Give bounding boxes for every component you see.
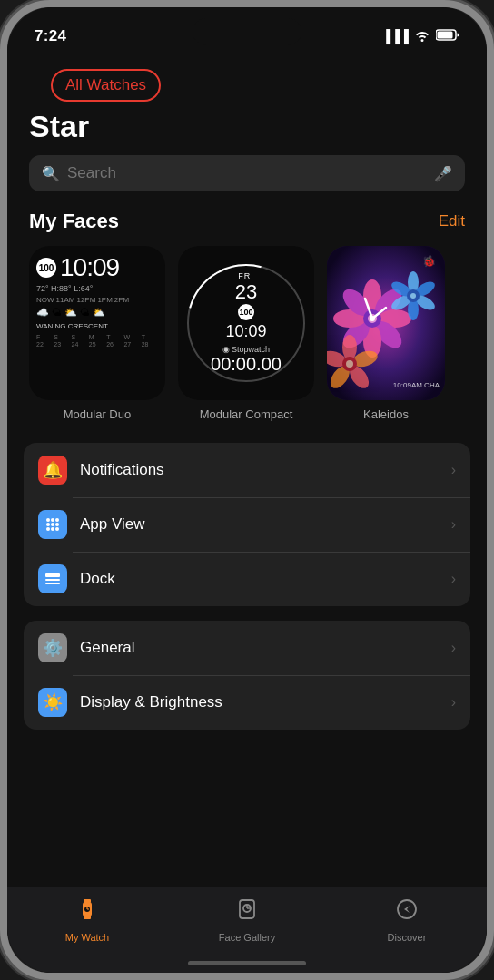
status-icons: ▐▐▐ <box>381 29 459 44</box>
face-md-time: 10:09 <box>60 253 119 282</box>
face-preview-kaleidoscope[interactable]: 🐞 10:09AM CHA <box>327 246 445 400</box>
status-time: 7:24 <box>35 27 66 45</box>
svg-rect-44 <box>84 899 91 903</box>
face-mc-stop-icon: ◉ <box>222 345 230 354</box>
search-input[interactable] <box>67 164 427 182</box>
svg-rect-41 <box>45 579 60 581</box>
face-preview-modular-compact[interactable]: FRI 23 100 10:09 ◉ Stopwatch 00:00.00 <box>178 246 314 400</box>
general-label: General <box>80 639 439 657</box>
svg-point-31 <box>46 518 50 522</box>
face-mc-date-num: 23 <box>235 280 257 304</box>
display-icon: ☀️ <box>38 688 67 717</box>
tab-discover-icon <box>394 897 420 928</box>
face-md-weather: 72° H:88° L:64° <box>36 284 158 293</box>
svg-point-30 <box>370 316 375 321</box>
scroll-content: All Watches Star 🔍 🎤 My Faces Edit <box>7 53 487 887</box>
face-preview-modular-duo[interactable]: 100 10:09 72° H:88° L:64° NOW11AM12PM1PM… <box>29 246 165 400</box>
edit-button[interactable]: Edit <box>439 212 465 230</box>
general-icon: ⚙️ <box>38 633 67 662</box>
tab-discover[interactable]: Discover <box>327 897 487 943</box>
dock-label: Dock <box>80 570 439 588</box>
dock-icon <box>38 564 67 593</box>
face-label-kaleidoscope: Kaleidos <box>363 407 409 421</box>
face-kal-bug-icon: 🐞 <box>422 255 436 268</box>
notifications-icon: 🔔 <box>38 456 67 485</box>
settings-row-display[interactable]: ☀️ Display & Brightness › <box>24 675 470 730</box>
svg-point-33 <box>55 518 59 522</box>
chevron-icon-notifications: › <box>451 462 456 478</box>
face-item-kaleidoscope[interactable]: 🐞 10:09AM CHA Kaleidos <box>327 246 445 421</box>
tab-discover-label: Discover <box>388 932 427 943</box>
face-mc-day: FRI <box>238 271 254 280</box>
home-indicator <box>188 961 306 965</box>
face-md-calendar: FSSMTWT 22232425262728 <box>36 334 158 348</box>
tab-my-watch[interactable]: My Watch <box>7 897 167 943</box>
page-title: Star <box>7 105 487 155</box>
tab-face-gallery[interactable]: Face Gallery <box>167 897 327 943</box>
appview-label: App View <box>80 515 439 534</box>
svg-rect-49 <box>240 900 254 918</box>
settings-row-notifications[interactable]: 🔔 Notifications › <box>24 443 470 497</box>
appview-icon <box>38 510 67 539</box>
my-faces-title: My Faces <box>29 210 119 233</box>
dynamic-island <box>193 18 301 45</box>
faces-scroll: 100 10:09 72° H:88° L:64° NOW11AM12PM1PM… <box>7 246 487 443</box>
all-watches-button[interactable]: All Watches <box>51 69 161 102</box>
face-item-modular-compact[interactable]: FRI 23 100 10:09 ◉ Stopwatch 00:00.00 <box>178 246 314 421</box>
svg-point-38 <box>51 527 54 531</box>
svg-point-34 <box>46 523 50 526</box>
svg-point-21 <box>342 335 357 360</box>
face-md-weather-icons: NOW11AM12PM1PM2PM <box>36 296 158 304</box>
face-label-modular-duo: Modular Duo <box>64 407 131 421</box>
phone-screen: 7:24 ▐▐▐ <box>7 7 487 973</box>
tab-my-watch-label: My Watch <box>65 932 110 943</box>
svg-rect-1 <box>438 32 453 39</box>
phone-frame: 7:24 ▐▐▐ <box>0 0 494 980</box>
mic-icon[interactable]: 🎤 <box>434 165 452 182</box>
svg-point-32 <box>51 518 54 522</box>
svg-point-35 <box>51 523 54 526</box>
search-icon: 🔍 <box>42 165 60 182</box>
display-label: Display & Brightness <box>80 693 439 711</box>
notifications-label: Notifications <box>80 461 439 479</box>
chevron-icon-general: › <box>451 640 456 656</box>
face-kal-time: 10:09AM CHA <box>393 381 440 389</box>
svg-marker-54 <box>404 906 410 913</box>
face-md-moon: WANING CRESCENT <box>36 322 158 330</box>
settings-row-dock[interactable]: Dock › <box>24 552 470 606</box>
chevron-icon-dock: › <box>451 571 456 587</box>
svg-point-39 <box>55 527 59 531</box>
tab-my-watch-icon <box>74 897 100 928</box>
tab-bar: My Watch Face Gallery <box>7 887 487 973</box>
svg-point-36 <box>55 523 59 526</box>
face-label-modular-compact: Modular Compact <box>200 407 293 421</box>
chevron-icon-display: › <box>451 694 456 710</box>
svg-rect-45 <box>84 916 91 919</box>
settings-section-1: 🔔 Notifications › <box>24 443 470 606</box>
svg-point-27 <box>346 360 353 368</box>
settings-section-2: ⚙️ General › ☀️ Display & Brightness › <box>24 621 470 730</box>
battery-icon <box>436 29 459 44</box>
face-mc-stoptime: 00:00.00 <box>211 354 282 375</box>
face-mc-time: 10:09 <box>225 322 266 341</box>
face-mc-stop: ◉ Stopwatch <box>222 345 270 354</box>
my-faces-header: My Faces Edit <box>7 210 487 246</box>
svg-rect-42 <box>45 583 60 584</box>
face-mc-badge: 100 <box>238 304 254 320</box>
face-item-modular-duo[interactable]: 100 10:09 72° H:88° L:64° NOW11AM12PM1PM… <box>29 246 165 421</box>
svg-rect-40 <box>45 573 60 577</box>
svg-point-37 <box>46 527 50 531</box>
search-bar[interactable]: 🔍 🎤 <box>29 155 465 191</box>
tab-face-gallery-icon <box>234 897 260 928</box>
wifi-icon <box>414 29 430 44</box>
settings-row-appview[interactable]: App View › <box>24 497 470 552</box>
tab-face-gallery-label: Face Gallery <box>219 932 275 943</box>
chevron-icon-appview: › <box>451 516 456 533</box>
face-md-badge: 100 <box>36 258 56 278</box>
settings-row-general[interactable]: ⚙️ General › <box>24 621 470 675</box>
svg-point-20 <box>410 293 416 299</box>
signal-icon: ▐▐▐ <box>381 29 409 44</box>
face-mc-stop-label: Stopwatch <box>232 345 270 354</box>
